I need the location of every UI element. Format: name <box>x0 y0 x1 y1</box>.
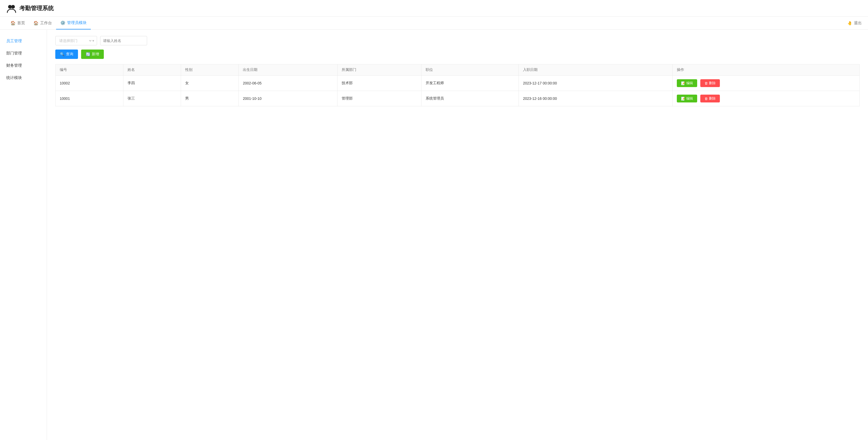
admin-icon: ⚙️ <box>60 20 65 25</box>
cell-name: 李四 <box>123 76 181 91</box>
employee-table: 编号 姓名 性别 出生日期 所属部门 职位 入职日期 操作 10002 李四 女… <box>55 64 860 106</box>
col-name: 姓名 <box>123 64 181 76</box>
logout-icon: 🤚 <box>847 21 852 26</box>
add-label: 新增 <box>92 52 99 57</box>
col-department: 所属部门 <box>338 64 422 76</box>
delete-button[interactable]: 🗑 删除 <box>700 95 720 102</box>
edit-label: 编辑 <box>686 96 693 101</box>
nav-workbench-label: 工作台 <box>40 21 52 26</box>
name-input[interactable] <box>100 36 147 45</box>
workbench-icon: 🏠 <box>33 21 39 26</box>
dept-select-input[interactable]: 请选择部门 <box>58 38 92 43</box>
col-action: 操作 <box>673 64 860 76</box>
cell-gender: 男 <box>181 91 239 106</box>
cell-id: 10002 <box>56 76 123 91</box>
logout-label: 退出 <box>854 21 862 26</box>
cell-position: 系统管理员 <box>422 91 519 106</box>
table-header-row: 编号 姓名 性别 出生日期 所属部门 职位 入职日期 操作 <box>56 64 860 76</box>
app-title: 考勤管理系统 <box>19 4 54 12</box>
add-icon: 🔄 <box>86 52 90 56</box>
sidebar-stats-label: 统计模块 <box>6 75 22 80</box>
table-row: 10002 李四 女 2002-06-05 技术部 开发工程师 2023-12-… <box>56 76 860 91</box>
search-icon: 🔍 <box>60 52 64 56</box>
nav-workbench[interactable]: 🏠 工作台 <box>29 17 56 29</box>
col-join-date: 入职日期 <box>519 64 673 76</box>
table-row: 10001 张三 男 2001-10-10 管理部 系统管理员 2023-12-… <box>56 91 860 106</box>
svg-point-0 <box>8 5 12 9</box>
cell-department: 管理部 <box>338 91 422 106</box>
col-gender: 性别 <box>181 64 239 76</box>
app-logo <box>6 3 17 13</box>
delete-icon: 🗑 <box>705 97 708 101</box>
header: 考勤管理系统 <box>0 0 868 17</box>
delete-label: 删除 <box>709 96 716 101</box>
cell-name: 张三 <box>123 91 181 106</box>
add-button[interactable]: 🔄 新增 <box>81 49 104 59</box>
content-area: 请选择部门 ▾ 🔍 查询 🔄 新增 编号 姓名 <box>47 30 868 440</box>
main-layout: 员工管理 部门管理 财务管理 统计模块 请选择部门 ▾ 🔍 <box>0 30 868 440</box>
sidebar: 员工管理 部门管理 财务管理 统计模块 <box>0 30 47 440</box>
dept-select[interactable]: 请选择部门 ▾ <box>55 36 97 45</box>
col-birthdate: 出生日期 <box>239 64 338 76</box>
search-bar: 请选择部门 ▾ <box>55 36 860 45</box>
cell-id: 10001 <box>56 91 123 106</box>
sidebar-item-employee[interactable]: 员工管理 <box>0 35 47 47</box>
sidebar-employee-label: 员工管理 <box>6 39 22 43</box>
logo-area: 考勤管理系统 <box>6 3 54 13</box>
cell-action: 📝 编辑 🗑 删除 <box>673 76 860 91</box>
delete-button[interactable]: 🗑 删除 <box>700 79 720 87</box>
cell-birthdate: 2002-06-05 <box>239 76 338 91</box>
home-icon: 🏠 <box>10 21 16 26</box>
sidebar-item-department[interactable]: 部门管理 <box>0 47 47 60</box>
search-button[interactable]: 🔍 查询 <box>55 49 78 59</box>
edit-icon: 📝 <box>681 97 685 101</box>
nav-home-label: 首页 <box>17 21 25 26</box>
edit-button[interactable]: 📝 编辑 <box>677 95 697 102</box>
edit-button[interactable]: 📝 编辑 <box>677 79 697 87</box>
delete-icon: 🗑 <box>705 81 708 85</box>
search-label: 查询 <box>66 52 73 57</box>
logout-button[interactable]: 🤚 退出 <box>847 21 862 26</box>
table-wrapper: 编号 姓名 性别 出生日期 所属部门 职位 入职日期 操作 10002 李四 女… <box>55 64 860 106</box>
cell-gender: 女 <box>181 76 239 91</box>
cell-action: 📝 编辑 🗑 删除 <box>673 91 860 106</box>
cell-birthdate: 2001-10-10 <box>239 91 338 106</box>
cell-position: 开发工程师 <box>422 76 519 91</box>
nav-bar: 🏠 首页 🏠 工作台 ⚙️ 管理员模块 🤚 退出 <box>0 17 868 30</box>
sidebar-finance-label: 财务管理 <box>6 63 22 68</box>
sidebar-department-label: 部门管理 <box>6 51 22 55</box>
edit-label: 编辑 <box>686 81 693 86</box>
cell-join-date: 2023-12-16 00:00:00 <box>519 91 673 106</box>
sidebar-item-stats[interactable]: 统计模块 <box>0 72 47 84</box>
action-bar: 🔍 查询 🔄 新增 <box>55 49 860 59</box>
chevron-down-icon: ▾ <box>92 39 94 43</box>
cell-join-date: 2023-12-17 00:00:00 <box>519 76 673 91</box>
col-id: 编号 <box>56 64 123 76</box>
nav-home[interactable]: 🏠 首页 <box>6 17 29 29</box>
nav-admin[interactable]: ⚙️ 管理员模块 <box>56 17 91 29</box>
col-position: 职位 <box>422 64 519 76</box>
nav-admin-label: 管理员模块 <box>67 20 87 25</box>
sidebar-item-finance[interactable]: 财务管理 <box>0 60 47 72</box>
svg-point-1 <box>11 5 15 9</box>
cell-department: 技术部 <box>338 76 422 91</box>
delete-label: 删除 <box>709 81 716 86</box>
edit-icon: 📝 <box>681 81 685 85</box>
